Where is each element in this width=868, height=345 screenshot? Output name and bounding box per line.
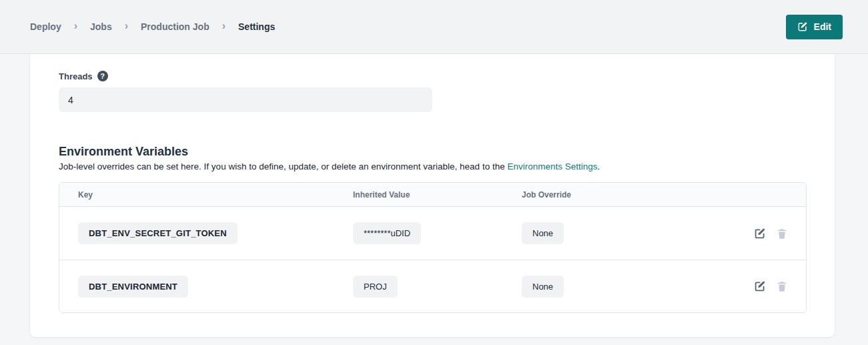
env-vars-description-text: Job-level overrides can be set here. If … [59, 161, 507, 171]
edit-pencil-icon [754, 280, 766, 292]
env-var-job-override-pill: None [522, 222, 564, 244]
env-vars-title: Environment Variables [59, 145, 807, 159]
column-header-inherited-value: Inherited Value [353, 190, 522, 200]
env-var-table-body: DBT_ENV_SECRET_GIT_TOKEN ********uDID No… [59, 207, 806, 312]
edit-pencil-icon [754, 228, 766, 240]
env-var-inherited-value-pill: PROJ [353, 276, 398, 298]
trash-icon [776, 280, 788, 292]
delete-variable-button[interactable] [776, 280, 788, 292]
edit-variable-button[interactable] [754, 228, 766, 240]
edit-button[interactable]: Edit [786, 15, 843, 39]
job-settings-card: Threads ? Environment Variables Job-leve… [30, 54, 835, 337]
breadcrumb-item-deploy[interactable]: Deploy [30, 21, 61, 32]
settings-page: Threads ? Environment Variables Job-leve… [0, 54, 868, 337]
chevron-right-icon: › [125, 21, 128, 31]
help-icon[interactable]: ? [97, 71, 108, 81]
env-var-row: DBT_ENVIRONMENT PROJ None [59, 260, 806, 312]
env-vars-table-header: Key Inherited Value Job Override [59, 183, 806, 207]
env-var-inherited-value-pill: ********uDID [353, 222, 421, 244]
breadcrumb-item-production-job[interactable]: Production Job [141, 21, 209, 32]
env-var-job-override-pill: None [522, 276, 564, 298]
breadcrumb-item-settings: Settings [238, 21, 275, 32]
env-var-row: DBT_ENV_SECRET_GIT_TOKEN ********uDID No… [59, 207, 806, 260]
env-vars-table: Key Inherited Value Job Override DBT_ENV… [59, 182, 807, 313]
threads-label: Threads [59, 71, 93, 81]
chevron-right-icon: › [222, 21, 226, 31]
edit-button-label: Edit [814, 21, 831, 32]
edit-variable-button[interactable] [754, 280, 766, 292]
breadcrumb: Deploy › Jobs › Production Job › Setting… [30, 21, 275, 32]
env-var-key-pill: DBT_ENVIRONMENT [78, 276, 188, 298]
edit-pencil-icon [797, 21, 808, 32]
environments-settings-link[interactable]: Environments Settings [507, 161, 597, 171]
column-header-job-override: Job Override [522, 190, 806, 200]
delete-variable-button[interactable] [776, 228, 788, 240]
chevron-right-icon: › [74, 21, 77, 31]
breadcrumb-item-jobs[interactable]: Jobs [90, 21, 112, 32]
column-header-key: Key [59, 190, 353, 200]
env-vars-description: Job-level overrides can be set here. If … [59, 161, 807, 171]
env-vars-description-period: . [598, 161, 600, 171]
top-bar: Deploy › Jobs › Production Job › Setting… [0, 0, 868, 54]
trash-icon [776, 228, 788, 240]
threads-input[interactable] [59, 87, 432, 112]
env-var-key-pill: DBT_ENV_SECRET_GIT_TOKEN [78, 222, 238, 244]
